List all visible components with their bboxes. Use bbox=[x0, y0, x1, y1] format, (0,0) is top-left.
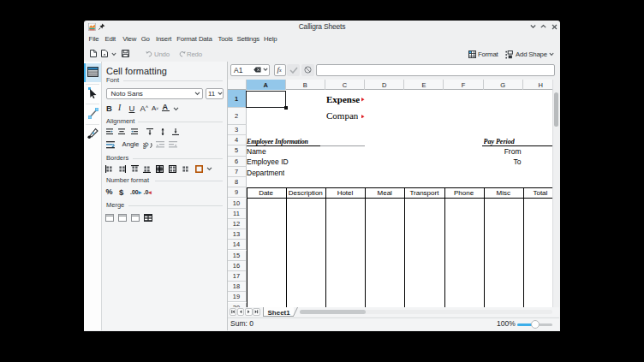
svg-text:ab: ab bbox=[143, 140, 151, 149]
